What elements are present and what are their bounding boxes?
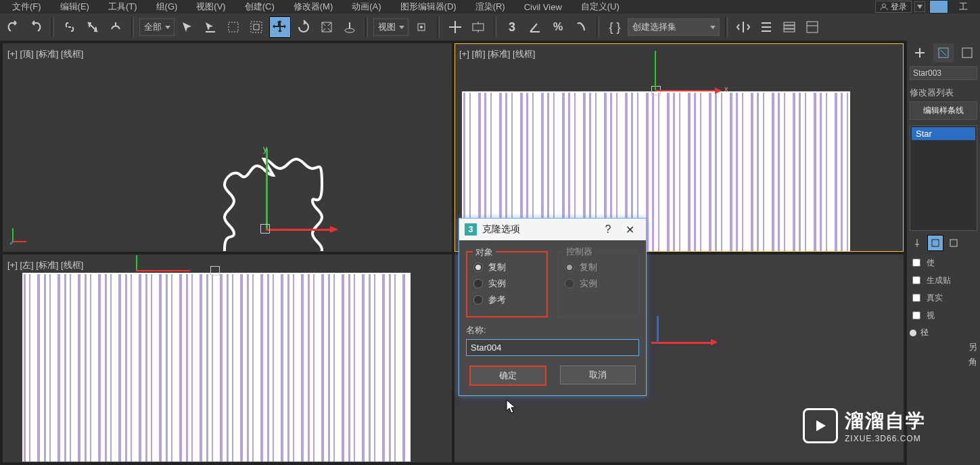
redo-button[interactable] — [26, 17, 46, 37]
svg-rect-2 — [251, 22, 262, 32]
world-axis-icon — [9, 221, 33, 246]
make-unique-button[interactable] — [946, 236, 961, 250]
align-button[interactable] — [756, 17, 776, 37]
dialog-titlebar[interactable]: 3 克隆选项 ? ✕ — [459, 219, 646, 240]
select-and-move-button[interactable] — [269, 16, 291, 38]
edit-selection-set-button[interactable]: { } — [605, 17, 625, 37]
chk-realworld[interactable] — [912, 294, 920, 302]
radio-ctrl-copy-label: 复制 — [580, 261, 597, 273]
select-and-place-button[interactable] — [340, 17, 360, 37]
layer-explorer-button[interactable] — [779, 17, 799, 37]
svg-point-5 — [345, 28, 354, 32]
spinner-snap-button[interactable] — [571, 17, 591, 37]
viewport-front-label: [+] [前] [标准] [线框] — [459, 48, 535, 60]
menu-create[interactable]: 创建(C) — [235, 1, 284, 13]
gizmo-origin — [260, 224, 270, 234]
chk-realworld-label: 真实 — [927, 292, 943, 304]
login-button[interactable]: 登录 — [875, 1, 912, 13]
left-axis-x — [136, 270, 190, 271]
use-pivot-center-button[interactable] — [411, 17, 431, 37]
menu-render[interactable]: 渲染(R) — [466, 1, 515, 13]
select-region-rect-button[interactable] — [223, 17, 243, 37]
menu-group[interactable]: 组(G) — [147, 1, 187, 13]
select-and-scale-button[interactable] — [317, 17, 337, 37]
show-end-result-button[interactable] — [927, 235, 943, 251]
viewport-top[interactable]: [+] [顶] [标准] [线框] y — [3, 43, 452, 252]
edit-spline-button[interactable]: 编辑样条线 — [910, 102, 977, 120]
cancel-button[interactable]: 取消 — [560, 366, 636, 384]
object-name-input[interactable] — [910, 66, 977, 80]
modify-tab[interactable] — [933, 43, 954, 62]
group-controller-title: 控制器 — [563, 246, 595, 258]
chk-use-label: 使 — [927, 257, 935, 269]
undo-button[interactable] — [3, 17, 23, 37]
panel-extra-2: 另 — [910, 341, 977, 353]
chk-genmap-label: 生成贴 — [927, 275, 951, 286]
star-shape — [186, 152, 342, 252]
dialog-help-button[interactable]: ? — [597, 223, 619, 236]
menu-edit[interactable]: 编辑(E) — [51, 1, 99, 13]
radio-ctrl-copy: 复制 — [565, 261, 632, 273]
named-selection-combo[interactable]: 创建选择集 — [628, 18, 720, 36]
menu-cut[interactable]: 工 — [950, 1, 977, 13]
snap-toggle-button[interactable]: 3 — [502, 17, 522, 37]
radio-copy[interactable]: 复制 — [473, 261, 540, 273]
group-object: 对象 复制 实例 参考 — [466, 251, 548, 317]
menu-customize[interactable]: 自定义(U) — [571, 1, 629, 13]
radio-instance[interactable]: 实例 — [473, 278, 540, 290]
chk-genmap[interactable] — [912, 276, 920, 284]
select-object-button[interactable] — [177, 17, 197, 37]
menu-bar: 文件(F) 编辑(E) 工具(T) 组(G) 视图(V) 创建(C) 修改器(M… — [0, 0, 980, 14]
bind-button[interactable] — [106, 17, 126, 37]
watermark: 溜溜自学 ZIXUE.3D66.COM — [803, 408, 926, 443]
workspace-button[interactable] — [929, 0, 948, 14]
radio-reference[interactable]: 参考 — [473, 294, 540, 306]
link-button[interactable] — [60, 17, 80, 37]
menu-animation[interactable]: 动画(A) — [342, 1, 390, 13]
command-panel: 修改器列表 编辑样条线 Star 使 生成贴 真实 视 径 另 角 — [906, 41, 980, 465]
app-icon: 3 — [465, 223, 477, 236]
menu-grapheditors[interactable]: 图形编辑器(D) — [391, 1, 466, 13]
pin-stack-button[interactable] — [910, 236, 925, 250]
menu-view[interactable]: 视图(V) — [187, 1, 235, 13]
viewport-left-label: [+] [左] [标准] [线框] — [7, 259, 83, 271]
mirror-button[interactable] — [733, 17, 753, 37]
selection-filter-combo[interactable]: 全部 — [139, 18, 174, 36]
menu-modifiers[interactable]: 修改器(M) — [284, 1, 343, 13]
percent-snap-button[interactable]: % — [548, 17, 568, 37]
ok-button[interactable]: 确定 — [469, 366, 546, 386]
clone-options-dialog: 3 克隆选项 ? ✕ 对象 复制 实例 参考 控制器 复制 实例 名称: 确定 … — [459, 218, 647, 396]
viewport-top-label: [+] [顶] [标准] [线框] — [7, 48, 83, 60]
select-by-name-button[interactable] — [200, 17, 220, 37]
reference-coord-combo[interactable]: 视图 — [373, 18, 409, 36]
viewport-left[interactable]: [+] [左] [标准] [线框] — [3, 254, 452, 463]
main-toolbar: 全部 视图 3 % { } 创建选择集 — [0, 14, 980, 41]
angle-snap-button[interactable] — [525, 17, 545, 37]
toggle-ribbon-button[interactable] — [802, 17, 822, 37]
play-icon — [803, 408, 838, 443]
select-region-window-button[interactable] — [246, 17, 266, 37]
svg-rect-1 — [229, 22, 238, 32]
name-input[interactable] — [466, 339, 639, 356]
menu-file[interactable]: 文件(F) — [3, 1, 51, 13]
menu-civilview[interactable]: Civil View — [515, 2, 571, 12]
select-manipulate-button[interactable] — [445, 17, 465, 37]
login-dropdown[interactable] — [914, 1, 925, 12]
unlink-button[interactable] — [83, 17, 103, 37]
watermark-brand: 溜溜自学 — [845, 408, 926, 434]
svg-point-0 — [883, 4, 886, 7]
select-and-rotate-button[interactable] — [294, 17, 314, 37]
menu-tools[interactable]: 工具(T) — [99, 1, 147, 13]
chk-use[interactable] — [912, 259, 920, 267]
axis-y-label: y — [263, 144, 267, 154]
modifier-stack-item-star[interactable]: Star — [912, 127, 975, 140]
create-tab[interactable] — [910, 43, 931, 62]
modifier-stack[interactable]: Star — [910, 125, 977, 231]
hierarchy-tab[interactable] — [956, 43, 977, 62]
radio-radius[interactable] — [910, 330, 916, 336]
chk-view-label: 视 — [927, 310, 935, 322]
dialog-close-button[interactable]: ✕ — [619, 223, 640, 236]
keyboard-shortcut-button[interactable] — [468, 17, 488, 37]
group-controller: 控制器 复制 实例 — [557, 251, 639, 317]
chk-view[interactable] — [912, 311, 920, 319]
